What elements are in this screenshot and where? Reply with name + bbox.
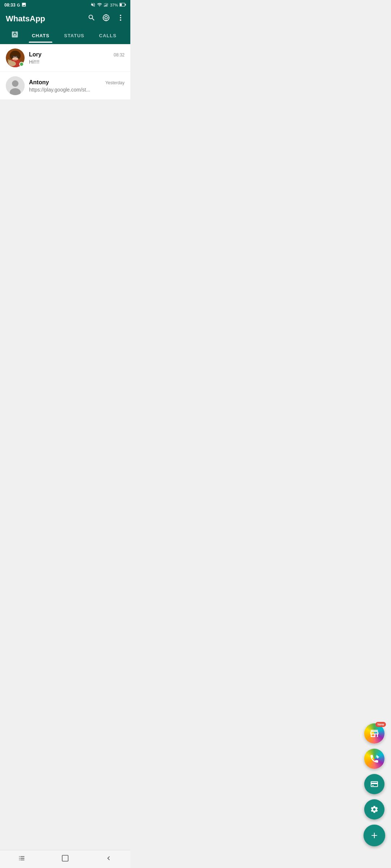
tab-chats[interactable]: CHATS xyxy=(24,29,58,43)
more-vert-icon[interactable] xyxy=(117,14,125,24)
chat-item-lory[interactable]: Lory 08:32 Hi!!!! xyxy=(0,44,130,72)
svg-point-27 xyxy=(16,56,17,57)
avatar-container-antony xyxy=(6,76,25,95)
wifi-icon xyxy=(97,2,102,8)
mute-icon xyxy=(91,2,96,8)
svg-point-15 xyxy=(120,20,121,21)
avatar-antony xyxy=(6,76,25,95)
battery-text: 37% xyxy=(110,3,118,7)
image-icon xyxy=(21,2,26,8)
svg-point-28 xyxy=(15,58,16,59)
signal-icon xyxy=(104,2,109,8)
status-left: 08:33 G xyxy=(4,2,26,8)
header-icons xyxy=(88,14,125,24)
battery-icon xyxy=(119,3,126,8)
camera-tab-icon[interactable] xyxy=(6,27,24,44)
svg-rect-6 xyxy=(125,4,126,5)
svg-rect-2 xyxy=(106,4,107,6)
search-icon[interactable] xyxy=(88,14,96,24)
status-circle-icon[interactable] xyxy=(102,14,110,24)
chat-preview-lory: Hi!!!! xyxy=(29,59,125,65)
svg-point-13 xyxy=(120,15,121,16)
header-top: WhatsApp xyxy=(6,14,125,27)
chat-name-antony: Antony xyxy=(29,79,49,86)
tabs: CHATS STATUS CALLS xyxy=(6,27,125,44)
svg-point-8 xyxy=(105,16,107,19)
chat-item-antony[interactable]: Antony Yesterday https://play.google.com… xyxy=(0,72,130,100)
chat-preview-antony: https://play.google.com/st... xyxy=(29,87,125,93)
svg-point-34 xyxy=(12,80,18,87)
tab-calls[interactable]: CALLS xyxy=(91,29,125,43)
svg-rect-5 xyxy=(120,3,122,6)
svg-rect-3 xyxy=(107,4,108,7)
svg-rect-0 xyxy=(104,5,105,7)
chat-name-lory: Lory xyxy=(29,51,42,58)
svg-point-7 xyxy=(103,15,109,21)
chat-content-antony: Antony Yesterday https://play.google.com… xyxy=(29,79,125,93)
chat-time-lory: 08:32 xyxy=(114,52,125,58)
main-content: Lory 08:32 Hi!!!! Antony xyxy=(0,44,130,100)
chat-time-antony: Yesterday xyxy=(105,80,125,85)
svg-point-14 xyxy=(120,17,121,18)
app-title: WhatsApp xyxy=(6,14,45,24)
online-indicator-lory xyxy=(19,62,24,67)
chat-content-lory: Lory 08:32 Hi!!!! xyxy=(29,51,125,65)
chat-header-lory: Lory 08:32 xyxy=(29,51,125,58)
svg-point-32 xyxy=(9,61,10,62)
status-bar: 08:33 G 37% xyxy=(0,0,130,10)
header: WhatsApp xyxy=(0,10,130,44)
status-right: 37% xyxy=(91,2,126,8)
tab-status[interactable]: STATUS xyxy=(58,29,91,43)
svg-point-26 xyxy=(13,56,14,57)
chat-list: Lory 08:32 Hi!!!! Antony xyxy=(0,44,130,100)
svg-rect-1 xyxy=(105,5,106,7)
avatar-container-lory xyxy=(6,48,25,67)
chat-header-antony: Antony Yesterday xyxy=(29,79,125,86)
carrier-icon: G xyxy=(17,3,20,7)
status-time: 08:33 xyxy=(4,3,16,8)
